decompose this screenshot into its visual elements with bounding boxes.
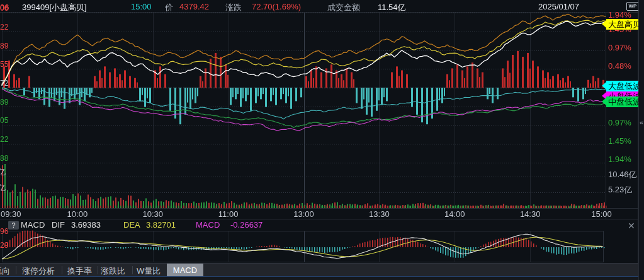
series-tag: 大盘高贝 — [606, 19, 643, 30]
macd-value: -0.26637 — [230, 220, 263, 230]
series-tag-label: 大盘高贝 — [608, 20, 641, 29]
series-tag: 大盘低波 — [606, 81, 643, 91]
tab-换手率[interactable]: 换手率 — [67, 265, 92, 277]
time-label: 13:30 — [369, 209, 390, 219]
quote-time: 15:00 — [131, 2, 152, 11]
dea-label: DEA — [123, 220, 140, 230]
left-axis-label: 89 — [0, 42, 8, 50]
tab-涨停分析[interactable]: 涨停分析 — [22, 265, 55, 277]
tab-W量比[interactable]: W量比 — [137, 265, 161, 277]
stock-code-name: 399409[小盘高贝] — [22, 2, 87, 13]
left-axis-label: 88 — [0, 155, 8, 163]
right-axis-label: 5.23亿 — [608, 185, 632, 194]
tab-资金流向[interactable]: 资金流向 — [0, 265, 10, 277]
left-axis-label: 亿 — [0, 184, 6, 192]
right-collapse-strip: « — [638, 0, 644, 280]
left-axis-label: 22 — [0, 136, 8, 144]
price-label: 价 — [165, 2, 173, 13]
right-axis-label: 10.46亿 — [608, 170, 637, 178]
dea-value: 3.82701 — [146, 220, 176, 230]
right-axis-label: 1.94% — [608, 155, 631, 163]
time-label: 10:30 — [142, 209, 163, 219]
left-axis-label: 22 — [0, 23, 8, 32]
macd-left-axis-label: 29 — [0, 242, 8, 250]
wp-icon[interactable]: WP — [626, 2, 639, 11]
series-tag-label: 大盘低波 — [608, 81, 641, 91]
macd-left-axis-label: 96 — [0, 228, 8, 236]
dif-label: DIF — [52, 220, 65, 230]
left-axis-label: 05 — [0, 117, 8, 125]
time-label: 14:00 — [444, 209, 465, 219]
tab-divider — [98, 266, 98, 274]
indicator-tabs: 资金流向涨停分析换手率涨跌比W量比MACD — [0, 263, 638, 277]
series-tag-arrow-icon — [602, 82, 606, 90]
amount-label: 成交金额 — [327, 2, 360, 13]
right-axis-label: 0.97% — [608, 119, 631, 127]
change-value: 72.70(1.69%) — [252, 2, 301, 11]
trade-date: 2025/01/07 — [538, 2, 579, 11]
tab-divider — [62, 266, 62, 274]
series-tag: 中盘低波 — [606, 96, 643, 107]
collapse-icon[interactable]: « — [640, 119, 643, 126]
dif-value: 3.69383 — [71, 220, 101, 230]
tab-MACD[interactable]: MACD — [167, 264, 203, 277]
macd-label: MACD — [196, 220, 220, 230]
time-label: 09:30 — [1, 209, 21, 219]
amount-value: 11.54亿 — [378, 2, 406, 13]
series-tag-label: 中盘低波 — [608, 97, 641, 107]
time-label: 11:00 — [218, 209, 239, 219]
right-axis-label: 0.97% — [608, 44, 631, 52]
change-label: 涨跌 — [225, 2, 242, 13]
time-label: 10:00 — [67, 209, 88, 219]
stock-chart-app: 399409[小盘高贝] 15:00 价 4379.42 涨跌 72.70(1.… — [0, 0, 644, 280]
tab-涨跌比[interactable]: 涨跌比 — [101, 265, 125, 277]
right-axis-label: 0.48% — [608, 62, 631, 70]
time-label: 14:30 — [520, 209, 541, 219]
close-icon[interactable]: ✕ — [628, 221, 635, 231]
left-axis-label: 89 — [0, 98, 8, 107]
series-tag-arrow-icon — [602, 20, 606, 28]
time-label: 15:00 — [591, 209, 612, 219]
left-axis-label: 72 — [0, 79, 8, 88]
chart-canvas[interactable] — [0, 0, 644, 280]
bottom-strip — [0, 276, 638, 280]
time-label: 13:00 — [293, 209, 314, 219]
right-axis-label: 1.94% — [608, 11, 631, 19]
clipped-price-fragment: 06 — [0, 3, 9, 11]
help-icon[interactable]: ? — [8, 221, 19, 230]
right-axis-label: 1.45% — [608, 137, 631, 145]
left-axis-label: 55 — [0, 61, 8, 69]
macd-title: MACD — [21, 220, 45, 230]
price-value: 4379.42 — [179, 2, 209, 11]
tab-divider — [16, 266, 16, 274]
tab-divider — [132, 266, 133, 274]
left-axis-label: 亿 — [0, 168, 6, 177]
series-tag-arrow-icon — [602, 98, 606, 105]
